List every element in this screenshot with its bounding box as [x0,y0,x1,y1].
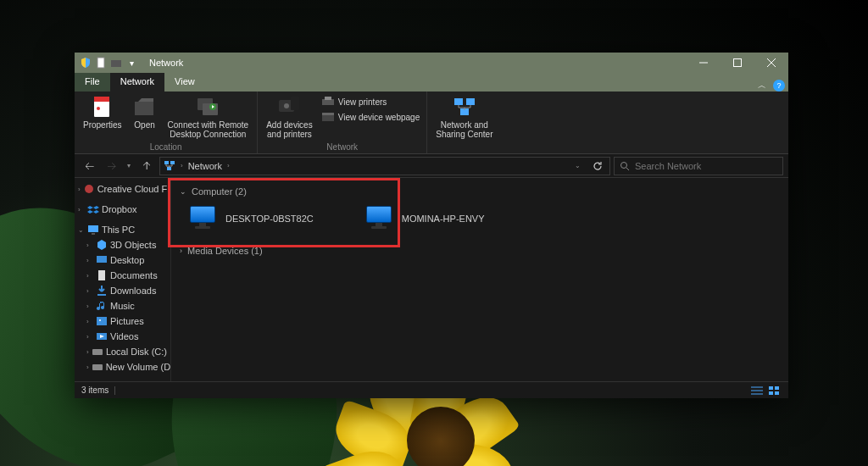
folder-type-icon [96,239,108,251]
sidebar-item[interactable]: ›3D Objects [75,237,170,252]
sidebar-item[interactable]: ›Creative Cloud Fil [75,181,170,197]
expand-icon[interactable]: › [86,287,93,295]
view-printers-button[interactable]: View printers [320,95,422,108]
forward-button[interactable]: 🡢 [102,157,120,175]
svg-rect-33 [97,317,107,325]
qat-dropdown-icon[interactable]: ▾ [125,57,137,69]
up-button[interactable]: 🡡 [137,157,156,175]
expand-icon[interactable]: › [86,272,93,280]
address-bar[interactable]: › Network › ⌄ [159,157,610,175]
folder-icon[interactable] [110,57,122,69]
sidebar-item[interactable]: ›Videos [75,329,170,344]
folder-type-icon [92,346,103,358]
folder-type-icon [96,254,108,266]
status-item-count: 3 items [81,386,108,395]
sidebar-item[interactable]: ›New Volume (D:) [75,359,170,374]
expand-icon[interactable]: › [78,206,85,214]
tab-file[interactable]: File [75,73,110,92]
expand-icon[interactable]: › [86,348,89,356]
titlebar[interactable]: ▾ Network [75,53,788,73]
computer-item[interactable]: MOMINA-HP-ENVY [364,203,485,234]
tab-network[interactable]: Network [110,73,164,92]
content-pane[interactable]: ⌄ Computer (2) DESKTOP-0BST82C MOMINA-HP… [171,178,788,381]
view-webpage-button[interactable]: View device webpage [320,110,422,124]
svg-line-26 [626,168,629,170]
address-dropdown-icon[interactable]: ⌄ [571,162,584,169]
sidebar-item-label: 3D Objects [110,240,156,250]
sidebar-item[interactable]: ›Dropbox [75,202,170,217]
search-box[interactable] [614,157,783,175]
status-bar: 3 items | [75,381,788,398]
network-icon [164,160,175,172]
folder-type-icon [96,315,108,327]
svg-rect-1 [111,60,121,67]
svg-rect-37 [92,364,103,370]
navigation-pane[interactable]: ›Creative Cloud Fil›Dropbox⌄This PC›3D O… [75,178,171,381]
sidebar-item[interactable]: ⌄This PC [75,222,170,237]
details-view-button[interactable] [749,385,765,397]
sidebar-item[interactable]: ›Music [75,298,170,313]
sidebar-item-label: Downloads [110,286,156,296]
open-button[interactable]: Open [129,93,161,141]
help-icon[interactable]: ? [773,80,785,92]
svg-rect-8 [135,102,153,115]
breadcrumb-network[interactable]: Network [188,161,222,171]
group-header-media[interactable]: › Media Devices (1) [180,242,780,263]
sidebar-item-label: Documents [110,270,158,280]
close-button[interactable] [754,53,788,73]
folder-type-icon [87,224,99,236]
sidebar-item[interactable]: ›Pictures [75,313,170,329]
svg-rect-15 [322,99,334,105]
computer-name: DESKTOP-0BST82C [225,214,314,224]
window-title: Network [149,58,183,68]
expand-icon[interactable]: › [86,333,93,341]
add-devices-button[interactable]: Add devices and printers [263,93,315,141]
recent-dropdown[interactable]: ▾ [124,157,134,175]
expand-icon[interactable]: › [86,302,93,310]
network-sharing-button[interactable]: Network and Sharing Center [432,93,496,141]
sidebar-item[interactable]: ›Downloads [75,283,170,298]
sidebar-item[interactable]: ›Desktop [75,252,170,268]
sidebar-item-label: Local Disk (C:) [106,347,167,357]
svg-rect-18 [322,113,334,115]
properties-button[interactable]: Properties [80,93,125,141]
sidebar-item-label: This PC [102,225,135,235]
svg-rect-14 [291,97,299,110]
connect-rdc-button[interactable]: Connect with Remote Desktop Connection [164,93,253,141]
computer-icon [188,206,219,231]
expand-icon[interactable]: › [86,241,93,249]
sidebar-item[interactable]: ›Documents [75,268,170,283]
ribbon: Properties Open Connect with Remote Desk… [75,92,788,154]
collapse-ribbon-icon[interactable]: ︿ [753,80,771,92]
ribbon-tabs: File Network View ︿ ? [75,73,788,92]
folder-type-icon [96,285,108,297]
expand-icon[interactable]: › [86,318,93,325]
icons-view-button[interactable] [766,385,782,397]
computer-item[interactable]: DESKTOP-0BST82C [188,203,314,234]
tab-view[interactable]: View [164,73,205,92]
sidebar-item-label: Desktop [110,255,144,265]
sidebar-item-label: Music [110,301,135,311]
svg-point-25 [621,162,627,168]
refresh-icon[interactable] [589,161,606,171]
expand-icon[interactable]: › [86,257,93,264]
expand-icon[interactable]: ⌄ [78,226,85,234]
folder-type-icon [83,183,95,195]
group-header-computer[interactable]: ⌄ Computer (2) [180,183,780,203]
sidebar-item[interactable]: ›Local Disk (C:) [75,344,170,359]
file-explorer-window: ▾ Network File Network View ︿ ? Properti… [75,53,788,398]
folder-type-icon [92,361,103,373]
folder-type-icon [87,203,99,215]
sidebar-item-label: Pictures [110,316,144,326]
maximize-button[interactable] [721,53,754,73]
svg-rect-32 [97,294,106,296]
svg-rect-20 [466,98,475,105]
minimize-button[interactable] [687,53,721,73]
back-button[interactable]: 🡠 [80,157,98,175]
search-input[interactable] [635,161,777,171]
shield-icon[interactable] [80,57,92,69]
sidebar-item-label: Creative Cloud Fil [97,184,171,194]
doc-icon[interactable] [95,57,107,69]
expand-icon[interactable]: › [86,363,89,371]
expand-icon[interactable]: › [78,186,81,193]
